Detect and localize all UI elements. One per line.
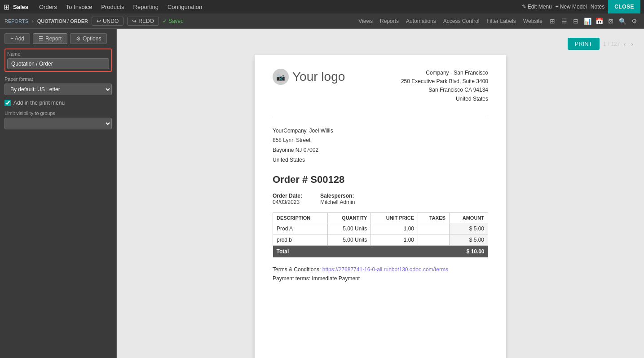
automations-btn[interactable]: Automations bbox=[403, 17, 439, 25]
salesperson-label: Salesperson: bbox=[320, 193, 355, 199]
main-layout: + Add ☰ Report ⚙ Options Name Paper form… bbox=[0, 29, 644, 358]
col-amount: AMOUNT bbox=[449, 213, 488, 223]
terms-conditions: Terms & Conditions: https://27687741-16-… bbox=[273, 266, 488, 273]
salesperson-value: Mitchell Admin bbox=[320, 199, 355, 205]
settings-btn[interactable]: ⚙ bbox=[629, 16, 640, 27]
print-bar: PRINT 1 / 127 ‹ › bbox=[126, 38, 635, 50]
limit-visibility-group: Limit visibility to groups bbox=[4, 110, 112, 129]
breadcrumb-separator: › bbox=[32, 18, 34, 24]
total-value: $ 10.00 bbox=[449, 246, 488, 258]
company-address2: San Francisco CA 94134 bbox=[401, 86, 488, 94]
notes-btn[interactable]: Notes bbox=[591, 4, 604, 10]
pivot-view-btn[interactable]: ⊠ bbox=[605, 16, 616, 27]
company-info: Company - San Francisco 250 Executive Pa… bbox=[401, 69, 488, 103]
access-control-btn[interactable]: Access Control bbox=[441, 17, 482, 25]
nav-configuration[interactable]: Configuration bbox=[164, 0, 206, 13]
content-area: PRINT 1 / 127 ‹ › 📷 Your logo Comp bbox=[117, 29, 644, 358]
view-icons-group: ⊞ ☰ ⊟ 📊 📅 ⊠ 🔍 ⚙ bbox=[547, 16, 640, 27]
add-print-menu-label: Add in the print menu bbox=[13, 100, 65, 106]
list-view-btn[interactable]: ☰ bbox=[559, 16, 569, 27]
paper-format-select[interactable]: By default: US Letter A4 A3 Legal bbox=[4, 84, 112, 95]
next-page-btn[interactable]: › bbox=[629, 40, 635, 49]
sidebar-actions: + Add ☰ Report ⚙ Options bbox=[4, 33, 112, 44]
print-button[interactable]: PRINT bbox=[568, 38, 600, 50]
table-row: Prod A 5.00 Units 1.00 $ 5.00 bbox=[273, 223, 488, 234]
brand-name: Sales bbox=[13, 4, 28, 10]
edit-menu-btn[interactable]: ✎ Edit Menu bbox=[522, 4, 552, 10]
total-label: Total bbox=[273, 246, 450, 258]
check-icon: ✓ bbox=[163, 18, 167, 24]
new-model-btn[interactable]: + New Model bbox=[556, 4, 587, 10]
table-header-row: DESCRIPTION QUANTITY UNIT PRICE TAXES AM… bbox=[273, 213, 488, 223]
close-button[interactable]: CLOSE bbox=[608, 0, 640, 13]
footer-section: Terms & Conditions: https://27687741-16-… bbox=[273, 266, 488, 282]
calendar-view-btn[interactable]: 📅 bbox=[594, 16, 604, 27]
row2-price: 1.00 bbox=[371, 234, 418, 246]
options-button[interactable]: ⚙ Options bbox=[70, 33, 107, 44]
row2-qty: 5.00 Units bbox=[327, 234, 371, 246]
company-address1: 250 Executive Park Blvd, Suite 3400 bbox=[401, 77, 488, 86]
name-input[interactable] bbox=[7, 58, 109, 69]
row2-desc: prod b bbox=[273, 234, 328, 246]
row1-taxes bbox=[418, 223, 450, 234]
redo-button[interactable]: ↪ REDO bbox=[127, 17, 159, 26]
logo-area: 📷 Your logo bbox=[273, 69, 345, 85]
paper-format-label: Paper format bbox=[4, 76, 112, 82]
company-country: United States bbox=[401, 95, 488, 103]
report-button[interactable]: ☰ Report bbox=[33, 33, 67, 44]
search-btn[interactable]: 🔍 bbox=[617, 16, 628, 27]
limit-visibility-select[interactable] bbox=[4, 118, 112, 129]
row2-taxes bbox=[418, 234, 450, 246]
name-field-highlighted: Name bbox=[4, 49, 112, 72]
chart-view-btn[interactable]: 📊 bbox=[582, 16, 593, 27]
recipient-country: United States bbox=[273, 155, 488, 165]
toolbar-right-group: Views Reports Automations Access Control… bbox=[356, 16, 640, 27]
nav-orders[interactable]: Orders bbox=[35, 0, 61, 13]
table-row: prod b 5.00 Units 1.00 $ 5.00 bbox=[273, 234, 488, 246]
breadcrumb-reports[interactable]: REPORTS bbox=[4, 18, 28, 24]
document: 📷 Your logo Company - San Francisco 250 … bbox=[255, 55, 506, 358]
undo-icon: ↩ bbox=[97, 18, 101, 24]
reports-btn[interactable]: Reports bbox=[377, 17, 401, 25]
prev-page-btn[interactable]: ‹ bbox=[622, 40, 628, 49]
nav-products[interactable]: Products bbox=[97, 0, 128, 13]
camera-icon: 📷 bbox=[276, 73, 285, 81]
order-date-label: Order Date: bbox=[273, 193, 302, 199]
order-meta: Order Date: 04/03/2023 Salesperson: Mitc… bbox=[273, 193, 488, 205]
top-navigation: ⊞ Sales Orders To Invoice Products Repor… bbox=[0, 0, 644, 13]
total-row: Total $ 10.00 bbox=[273, 246, 488, 258]
recipient-street: 858 Lynn Street bbox=[273, 136, 488, 146]
limit-visibility-label: Limit visibility to groups bbox=[4, 110, 112, 116]
col-unit-price: UNIT PRICE bbox=[371, 213, 418, 223]
name-label: Name bbox=[7, 51, 109, 57]
recipient-city: Bayonne NJ 07002 bbox=[273, 146, 488, 155]
add-print-menu-group: Add in the print menu bbox=[4, 100, 112, 106]
nav-to-invoice[interactable]: To Invoice bbox=[62, 0, 96, 13]
options-icon: ⚙ bbox=[76, 35, 81, 42]
col-quantity: QUANTITY bbox=[327, 213, 371, 223]
website-btn[interactable]: Website bbox=[520, 17, 545, 25]
terms-label: Terms & Conditions: bbox=[273, 266, 321, 273]
col-description: DESCRIPTION bbox=[273, 213, 328, 223]
order-date-value: 04/03/2023 bbox=[273, 199, 302, 205]
name-form-group: Name bbox=[7, 51, 109, 69]
order-table: DESCRIPTION QUANTITY UNIT PRICE TAXES AM… bbox=[273, 212, 488, 257]
payment-terms: Payment terms: Immediate Payment bbox=[273, 275, 488, 282]
header-divider bbox=[273, 117, 488, 117]
recipient-info: YourCompany, Joel Willis 858 Lynn Street… bbox=[273, 126, 488, 165]
split-view-btn[interactable]: ⊟ bbox=[570, 16, 581, 27]
undo-button[interactable]: ↩ UNDO bbox=[92, 17, 124, 26]
terms-link[interactable]: https://27687741-16-0-all.runbot130.odoo… bbox=[322, 266, 448, 273]
views-btn[interactable]: Views bbox=[356, 17, 375, 25]
kanban-view-btn[interactable]: ⊞ bbox=[547, 16, 558, 27]
add-print-menu-checkbox[interactable] bbox=[4, 100, 11, 106]
nav-reporting[interactable]: Reporting bbox=[130, 0, 162, 13]
row1-qty: 5.00 Units bbox=[327, 223, 371, 234]
row1-amount: $ 5.00 bbox=[449, 223, 488, 234]
apps-icon[interactable]: ⊞ bbox=[4, 3, 9, 11]
row1-price: 1.00 bbox=[371, 223, 418, 234]
row2-amount: $ 5.00 bbox=[449, 234, 488, 246]
doc-header: 📷 Your logo Company - San Francisco 250 … bbox=[273, 69, 488, 103]
add-button[interactable]: + Add bbox=[4, 33, 30, 44]
filter-labels-btn[interactable]: Filter Labels bbox=[484, 17, 518, 25]
